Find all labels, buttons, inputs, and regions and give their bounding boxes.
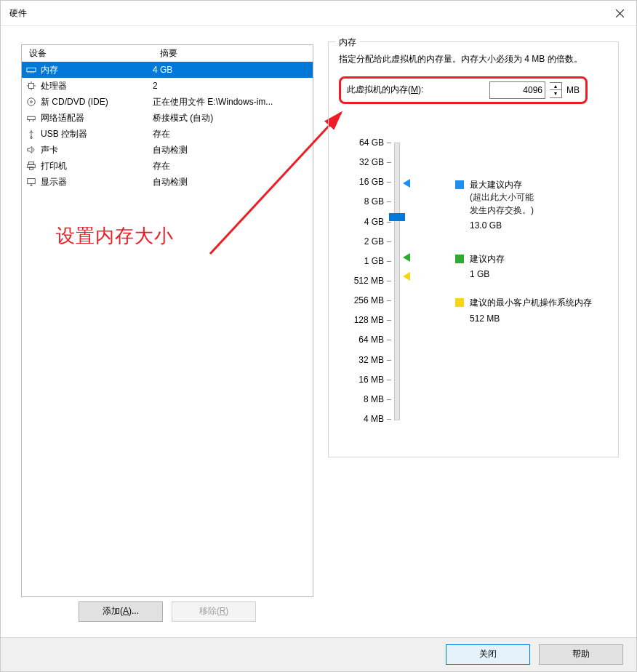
device-buttons: 添加(A)... 移除(R): [21, 601, 313, 622]
tick-mark: [387, 222, 391, 223]
tick-label: 1 GB: [342, 256, 384, 266]
tick-mark: [387, 241, 391, 242]
tick-mark: [387, 281, 391, 281]
slider-track[interactable]: [394, 143, 400, 420]
tick-label: 8 MB: [342, 394, 384, 404]
memory-unit: MB: [566, 85, 580, 95]
memory-spinner[interactable]: ▲▼: [550, 82, 562, 98]
device-name: 内存: [41, 64, 150, 76]
tick-mark: [387, 143, 391, 143]
spinner-up-icon[interactable]: ▲: [550, 83, 561, 91]
device-name: 处理器: [41, 80, 150, 92]
memory-input[interactable]: [489, 81, 545, 99]
device-row-disc[interactable]: 新 CD/DVD (IDE)正在使用文件 E:\Windows-im...: [22, 94, 313, 110]
window-title: 硬件: [9, 7, 27, 20]
device-name: 声卡: [41, 144, 150, 156]
tick-label: 32 MB: [342, 355, 384, 365]
printer-icon: [22, 161, 41, 171]
memory-group-title: 内存: [336, 36, 359, 49]
col-device[interactable]: 设备: [22, 47, 157, 60]
sound-icon: [22, 145, 41, 155]
tick-label: 512 MB: [342, 276, 384, 286]
device-name: 打印机: [41, 160, 150, 172]
usb-icon: [22, 129, 41, 139]
help-button[interactable]: 帮助: [539, 644, 623, 665]
tick-label: 4 GB: [342, 217, 384, 227]
svg-rect-23: [28, 179, 36, 184]
swatch-green-icon: [455, 255, 464, 263]
svg-rect-7: [29, 84, 34, 89]
device-row-memory[interactable]: 内存4 GB: [22, 62, 313, 78]
remove-button: 移除(R): [172, 601, 256, 622]
marker-max-icon: [403, 179, 410, 188]
svg-rect-20: [29, 162, 34, 165]
tick-mark: [387, 380, 391, 380]
hardware-dialog: 硬件 设备 摘要 内存4 GB处理器2新 CD/DVD (IDE)正在使用文件 …: [0, 0, 637, 672]
svg-point-13: [31, 101, 33, 103]
legend-max: 最大建议内存 (超出此大小可能 发生内存交换。) 13.0 GB: [455, 179, 592, 233]
device-row-display[interactable]: 显示器自动检测: [22, 174, 313, 190]
memory-description: 指定分配给此虚拟机的内存量。内存大小必须为 4 MB 的倍数。: [339, 52, 608, 66]
tick-label: 128 MB: [342, 315, 384, 325]
add-button[interactable]: 添加(A)...: [79, 601, 163, 622]
device-summary: 自动检测: [150, 144, 313, 156]
disc-icon: [22, 97, 41, 107]
tick-mark: [387, 300, 391, 301]
tick-label: 16 GB: [342, 177, 384, 187]
network-icon: [22, 113, 41, 123]
device-summary: 存在: [150, 128, 313, 140]
spinner-down-icon[interactable]: ▼: [550, 90, 561, 97]
legend-rec: 建议内存 1 GB: [455, 253, 592, 281]
tick-mark: [387, 399, 391, 400]
memory-input-label: 此虚拟机的内存(M):: [347, 84, 423, 96]
tick-mark: [387, 419, 391, 420]
dialog-footer: 关闭 帮助: [1, 637, 636, 671]
svg-rect-2: [27, 68, 36, 71]
device-list: 设备 摘要 内存4 GB处理器2新 CD/DVD (IDE)正在使用文件 E:\…: [21, 44, 313, 597]
cpu-icon: [22, 81, 41, 91]
titlebar: 硬件: [1, 1, 636, 26]
svg-rect-14: [28, 116, 36, 119]
marker-rec-icon: [403, 253, 410, 262]
device-summary: 2: [150, 81, 313, 91]
device-summary: 4 GB: [150, 65, 313, 75]
device-row-printer[interactable]: 打印机存在: [22, 158, 313, 174]
close-icon[interactable]: [603, 1, 636, 25]
tick-mark: [387, 201, 391, 202]
tick-label: 64 GB: [342, 137, 384, 148]
device-name: 网络适配器: [41, 112, 150, 124]
tick-label: 4 MB: [342, 414, 384, 424]
close-button[interactable]: 关闭: [446, 644, 530, 665]
device-row-network[interactable]: 网络适配器桥接模式 (自动): [22, 110, 313, 126]
tick-label: 32 GB: [342, 157, 384, 167]
tick-mark: [387, 340, 391, 340]
memory-icon: [22, 65, 41, 75]
tick-mark: [387, 182, 391, 183]
device-summary: 桥接模式 (自动): [150, 112, 313, 124]
slider-thumb[interactable]: [389, 213, 405, 221]
device-name: 新 CD/DVD (IDE): [41, 96, 150, 108]
swatch-blue-icon: [455, 180, 464, 189]
device-summary: 自动检测: [150, 176, 313, 188]
tick-label: 16 MB: [342, 375, 384, 385]
display-icon: [22, 177, 41, 187]
tick-label: 256 MB: [342, 295, 384, 305]
tick-label: 8 GB: [342, 196, 384, 207]
col-summary[interactable]: 摘要: [157, 47, 313, 60]
device-row-usb[interactable]: USB 控制器存在: [22, 126, 313, 142]
device-row-cpu[interactable]: 处理器2: [22, 78, 313, 94]
legend-min: 建议的最小客户机操作系统内存 512 MB: [455, 297, 592, 325]
tick-mark: [387, 261, 391, 262]
marker-min-icon: [403, 272, 410, 281]
device-row-sound[interactable]: 声卡自动检测: [22, 142, 313, 158]
tick-label: 64 MB: [342, 335, 384, 345]
memory-input-row: 此虚拟机的内存(M): ▲▼ MB: [339, 76, 588, 104]
device-list-header: 设备 摘要: [22, 45, 313, 62]
memory-slider: 64 GB32 GB16 GB8 GB4 GB2 GB1 GB512 MB256…: [342, 137, 608, 448]
device-summary: 存在: [150, 160, 313, 172]
device-name: USB 控制器: [41, 128, 150, 140]
tick-mark: [387, 360, 391, 361]
device-name: 显示器: [41, 176, 150, 188]
tick-mark: [387, 320, 391, 321]
memory-group: 内存 指定分配给此虚拟机的内存量。内存大小必须为 4 MB 的倍数。 此虚拟机的…: [328, 41, 619, 457]
